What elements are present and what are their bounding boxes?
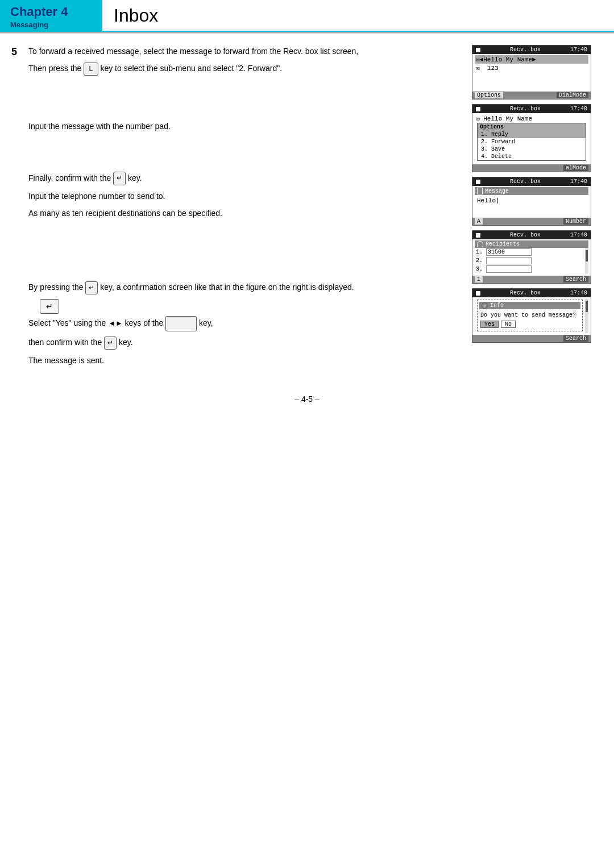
step-number: 5 [11,45,28,372]
screen-4-scroll-area: 1. 31500 2. [475,248,588,273]
screen-5-body: ? Info Do you want to send message? Yes … [472,297,591,334]
note-icon [477,188,483,194]
screen-5-titlebar: Recv. box 17:40 [472,289,591,297]
recip-row-3: 3. [475,265,585,273]
l-key-icon-2 [165,316,197,331]
screen-2-row1: ✉ Hello My Name [475,114,588,123]
enter-key-image: ↵ [40,299,466,314]
screen-1-row1: ✉◄Hello My Name► [475,55,588,64]
screen-3-body: Message Hello| [472,186,591,217]
msg-header: Message [475,187,588,195]
screen-4-time: 17:40 [570,232,587,238]
screen-4-body: Recipients 1. 31500 [472,239,591,275]
scrollbar-thumb-5 [586,301,588,312]
no-button[interactable]: No [501,321,516,328]
l-key-icon: L [84,63,98,76]
page-header: Chapter 4 Messaging Inbox [0,0,614,32]
screen-1-title: Recv. box [510,47,541,53]
step-para-9: The message is sent. [28,354,466,367]
menu-item-forward: 2. Forward [478,138,586,146]
screen-1-spacer [475,72,588,89]
step-para-7: Select "Yes" using the ◄► keys of the ke… [28,316,466,331]
screen-2-time: 17:40 [570,106,587,112]
screen-4-title: Recv. box [510,232,541,238]
screen-5-time: 17:40 [570,290,587,296]
signal-icon-1 [476,48,480,52]
screens-column: Recv. box 17:40 ✉◄Hello My Name► ✉ 123 O… [472,45,597,372]
msg-content: Hello| [475,195,588,215]
screen-1: Recv. box 17:40 ✉◄Hello My Name► ✉ 123 O… [472,45,591,99]
recip-3-num: 3. [476,266,483,272]
screen-1-options-btn: Options [475,92,503,98]
screen-5-scroll-area: ? Info Do you want to send message? Yes … [475,298,588,333]
screen-3-footer: A Number [472,218,591,225]
screen-5-main: ? Info Do you want to send message? Yes … [475,298,585,333]
screen-3-number-btn: Number [563,218,588,225]
screen-2: Recv. box 17:40 ✉ Hello My Name Options … [472,104,591,172]
menu-item-reply: 1. Reply [478,131,586,138]
screen-4-search-btn: Search [563,276,588,283]
info-dialog-title-bar: ? Info [479,302,580,309]
screen-5: Recv. box 17:40 ? Info Do you want to se… [472,288,591,343]
screen-1-body: ✉◄Hello My Name► ✉ 123 [472,54,591,90]
screen-2-title: Recv. box [510,106,541,112]
enter-key-icon-3: ↵ [104,337,117,350]
screen-4-1-btn: 1 [475,276,483,283]
screen-4-titlebar: Recv. box 17:40 [472,231,591,239]
step-para-3: Input the message with the number pad. [28,120,466,132]
screen-3-a-btn: A [475,218,483,225]
chapter-title: Chapter 4 [10,5,68,19]
step-para-1: To forward a received message, select th… [28,45,466,57]
section-label: Messaging [10,20,68,29]
recip-2-input [486,257,532,264]
recip-3-input [486,265,532,273]
signal-icon-4 [476,233,480,238]
recip-header: Recipients [475,240,588,248]
step-para-5: Input the telephone number to send to. [28,190,466,202]
step-para-4: Finally, confirm with the ↵ key. [28,172,466,185]
page-number: – 4-5 – [294,394,320,404]
yes-button[interactable]: Yes [480,321,499,328]
question-icon: ? [482,302,488,309]
page-title: Inbox [102,0,614,32]
spacer-3 [28,224,466,281]
page-footer: – 4-5 – [0,377,614,415]
info-dialog-body: Do you want to send message? [479,311,580,319]
chapter-label: Chapter 4 Messaging [0,0,102,32]
signal-icon-2 [476,107,480,111]
spacer-2 [28,138,466,172]
screen-4: Recv. box 17:40 Recipients 1. [472,230,591,284]
step-5-row: 5 To forward a received message, select … [0,33,614,377]
scrollbar-5 [585,298,588,333]
screen-2-footer: alMode [472,164,591,172]
recip-1-input: 31500 [486,248,532,256]
screen-3-time: 17:40 [570,178,587,185]
options-menu-title: Options [478,123,586,131]
screen-2-options-menu: Options 1. Reply 2. Forward 3. Save 4. D… [477,123,586,161]
info-dialog-buttons: Yes No [479,319,580,329]
step-para-8: then confirm with the ↵ key. [28,336,466,350]
screen-3: Recv. box 17:40 Message Hello| A Number [472,177,591,226]
scrollbar-thumb-4 [586,250,588,261]
enter-key-icon-1: ↵ [113,172,126,185]
screen-2-almode-btn: alMode [563,165,588,171]
recip-row-2: 2. [475,256,585,265]
info-dialog-title-text: Info [490,302,504,309]
recip-header-label: Recipients [486,241,520,247]
screen-5-title: Recv. box [510,290,541,296]
info-dialog: ? Info Do you want to send message? Yes … [477,300,583,331]
screen-4-main: 1. 31500 2. [475,248,585,273]
screen-1-row2: ✉ 123 [475,64,588,72]
screen-2-titlebar: Recv. box 17:40 [472,105,591,113]
screen-1-time: 17:40 [570,47,587,53]
screen-5-footer: Search [472,335,591,342]
step-para-5b: As many as ten recipient destinations ca… [28,207,466,219]
screen-5-search-btn: Search [563,335,588,342]
menu-item-delete: 4. Delete [478,153,586,160]
signal-icon-3 [476,180,480,184]
arrow-keys-icon: ◄► [108,319,125,327]
recip-row-1: 1. 31500 [475,248,585,256]
msg-header-label: Message [485,188,509,194]
scrollbar-4 [585,248,588,273]
step-para-2: Then press the L key to select the sub-m… [28,62,466,76]
